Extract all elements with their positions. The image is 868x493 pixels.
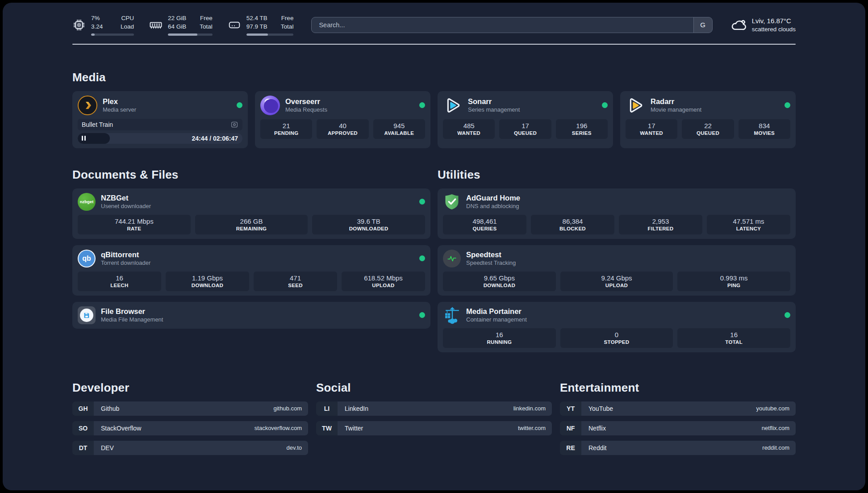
app-name: File Browser (101, 307, 163, 316)
memory-stat: 22 GiB 64 GiB Free Total (149, 14, 213, 36)
stat-queued: 17 QUEUED (499, 119, 551, 139)
pause-icon[interactable] (82, 136, 86, 141)
search-input[interactable] (312, 17, 693, 33)
stat-label: DOWNLOAD (446, 283, 553, 288)
app-card-speedtest[interactable]: Speedtest Speedtest Tracking 9.65 Gbps D… (438, 245, 796, 296)
app-card-overseerr[interactable]: Overseerr Media Requests 21 PENDING 40 A… (255, 91, 430, 148)
stat-value: 21 (263, 122, 309, 130)
stat-label: RUNNING (446, 339, 553, 345)
cpu-stat: 7% 3.24 CPU Load (72, 14, 134, 36)
stat-label: APPROVED (319, 130, 366, 136)
app-description: Movie management (651, 106, 701, 114)
stat-upload: 618.52 Mbps UPLOAD (342, 272, 425, 291)
bookmark-stackoverflow[interactable]: SO StackOverflow stackoverflow.com (72, 421, 308, 435)
section-title-social: Social (316, 381, 552, 395)
stat-remaining: 266 GB REMAINING (195, 215, 308, 234)
header-divider (72, 44, 796, 45)
section-title-developer: Developer (72, 381, 308, 395)
search-engine-button[interactable]: G (693, 17, 712, 33)
stat-approved: 40 APPROVED (317, 119, 368, 139)
status-dot (785, 102, 790, 108)
portainer-icon (443, 306, 461, 324)
bookmark-github[interactable]: GH Github github.com (72, 401, 308, 416)
bookmark-name: Reddit (588, 444, 606, 451)
bookmark-youtube[interactable]: YT YouTube youtube.com (560, 401, 796, 416)
stat-wanted: 485 WANTED (443, 119, 495, 139)
app-card-filebrowser[interactable]: File Browser Media File Management (72, 302, 430, 329)
stat-label: STOPPED (563, 339, 671, 345)
stat-label: AVAILABLE (376, 130, 422, 136)
stat-latency: 47.571 ms LATENCY (707, 215, 790, 234)
stat-value: 266 GB (198, 217, 305, 225)
plex-now-playing: Bullet Train 24:44 / 02:06:47 (78, 119, 242, 144)
stat-label: DOWNLOAD (168, 283, 246, 288)
stat-value: 16 (446, 331, 553, 338)
bookmark-name: Github (101, 405, 119, 412)
bookmark-abbr: YT (560, 401, 581, 416)
stat-value: 744.21 Mbps (80, 217, 188, 225)
stat-label: TOTAL (680, 339, 788, 345)
app-card-adguard[interactable]: AdGuard Home DNS and adblocking 498,461 … (438, 188, 796, 239)
app-card-portainer[interactable]: Media Portainer Container management 16 … (438, 302, 796, 352)
app-name: Radarr (651, 97, 701, 106)
bookmark-reddit[interactable]: RE Reddit reddit.com (560, 441, 796, 455)
section-title-utilities: Utilities (438, 168, 796, 182)
app-description: Media Requests (285, 106, 327, 114)
stat-value: 1.19 Gbps (168, 274, 246, 282)
status-dot (419, 102, 425, 108)
app-description: Torrent downloader (101, 259, 150, 267)
disk-free-value: 52.4 TB (246, 14, 267, 23)
player-device-icon (230, 121, 238, 129)
system-stats: 7% 3.24 CPU Load (72, 14, 293, 36)
bookmark-abbr: SO (72, 421, 94, 435)
disk-icon (228, 18, 241, 32)
stat-value: 471 (256, 274, 334, 282)
app-card-plex[interactable]: Plex Media server Bullet Train (72, 91, 248, 148)
app-name: Plex (103, 97, 136, 106)
section-entertainment: Entertainment YT YouTube youtube.com NF … (560, 381, 796, 455)
app-name: AdGuard Home (466, 193, 520, 203)
bookmark-twitter[interactable]: TW Twitter twitter.com (316, 421, 552, 435)
memory-total-value: 64 GiB (168, 23, 186, 31)
memory-free-value: 22 GiB (168, 14, 186, 23)
status-dot (419, 312, 425, 318)
stat-value: 834 (741, 122, 788, 130)
cpu-icon (72, 18, 86, 32)
playback-progress-fill (78, 133, 110, 144)
stat-value: 40 (319, 122, 366, 130)
bookmark-dev[interactable]: DT DEV dev.to (72, 441, 308, 455)
app-name: Sonarr (468, 97, 520, 106)
bookmark-linkedin[interactable]: LI LinkedIn linkedin.com (316, 401, 552, 416)
sonarr-icon (443, 96, 463, 115)
stat-label: QUEUED (684, 130, 731, 136)
memory-total-label: Total (200, 23, 213, 31)
section-developer: Developer GH Github github.com SO StackO… (72, 381, 308, 455)
stat-value: 39.6 TB (315, 217, 422, 225)
bookmark-name: YouTube (588, 405, 613, 412)
app-card-radarr[interactable]: Radarr Movie management 17 WANTED 22 QUE… (620, 91, 796, 148)
stat-queries: 498,461 QUERIES (443, 215, 526, 234)
bookmark-name: Netflix (588, 425, 606, 432)
bookmark-url: reddit.com (762, 444, 789, 451)
filebrowser-icon (78, 306, 96, 324)
bookmark-netflix[interactable]: NF Netflix netflix.com (560, 421, 796, 435)
stat-value: 945 (376, 122, 422, 130)
stat-value: 2,953 (622, 217, 700, 225)
stat-upload: 9.24 Gbps UPLOAD (560, 272, 673, 291)
stat-movies: 834 MOVIES (739, 119, 790, 139)
app-card-nzbget[interactable]: nzbget NZBGet Usenet downloader 744.21 M… (72, 188, 430, 239)
app-card-qbittorrent[interactable]: qb qBittorrent Torrent downloader 16 LEE… (72, 245, 430, 296)
bookmark-name: StackOverflow (101, 425, 141, 432)
section-media: Media (72, 71, 796, 148)
status-dot (419, 199, 425, 205)
section-documents: Documents & Files nzbget NZBGet Usenet d… (72, 168, 430, 329)
stat-label: BLOCKED (534, 226, 612, 231)
memory-progress-fill (168, 33, 197, 36)
app-card-sonarr[interactable]: Sonarr Series management 485 WANTED 17 Q… (438, 91, 613, 148)
overseerr-icon (260, 96, 280, 115)
app-name: Media Portainer (466, 307, 527, 316)
header: 7% 3.24 CPU Load (72, 14, 796, 36)
stat-download: 9.65 Gbps DOWNLOAD (443, 272, 556, 291)
bookmark-url: dev.to (287, 444, 302, 451)
cloud-icon (730, 17, 747, 33)
